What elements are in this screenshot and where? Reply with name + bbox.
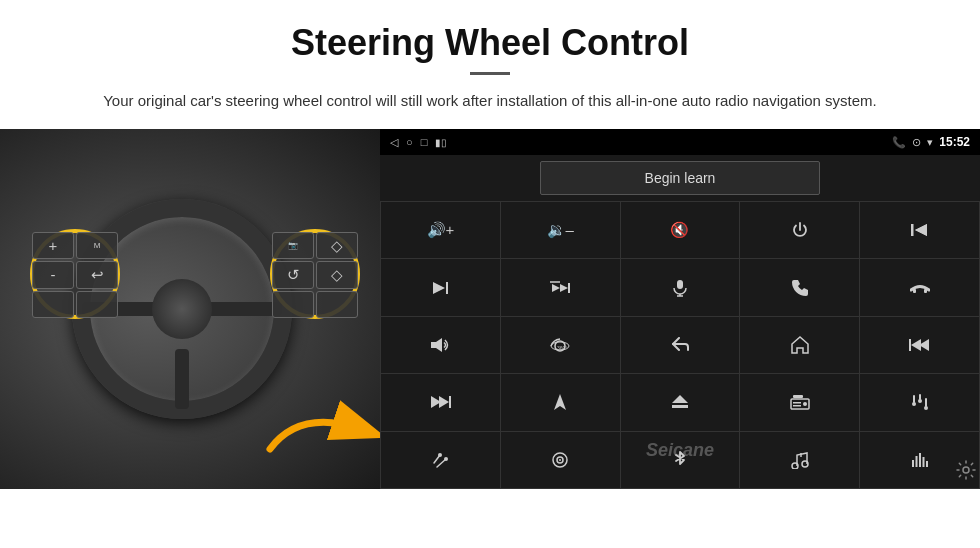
sw-btn-dia1[interactable]: ◇	[316, 232, 358, 259]
ctrl-prev-track[interactable]	[860, 202, 979, 258]
ctrl-prev[interactable]	[860, 317, 979, 373]
ctrl-home[interactable]	[740, 317, 859, 373]
ctrl-ff[interactable]	[381, 374, 500, 430]
location-icon: ⊙	[912, 136, 921, 149]
ctrl-call[interactable]	[740, 259, 859, 315]
sw-btn-empty2	[76, 291, 118, 318]
svg-rect-15	[924, 289, 927, 293]
sw-btn-dia2[interactable]: ◇	[316, 261, 358, 288]
svg-point-44	[559, 459, 561, 461]
svg-point-31	[803, 402, 807, 406]
sw-btn-empty3	[272, 291, 314, 318]
svg-point-39	[924, 406, 928, 410]
sw-btn-plus[interactable]: +	[32, 232, 74, 259]
svg-rect-11	[677, 280, 683, 289]
ctrl-mic[interactable]	[621, 259, 740, 315]
svg-point-40	[438, 453, 442, 457]
ctrl-target[interactable]	[501, 432, 620, 488]
android-panel: ◁ ○ □ ▮▯ 📞 ⊙ ▾ 15:52 Begin learn	[380, 129, 980, 489]
svg-rect-4	[911, 224, 913, 236]
android-panel-wrapper: ◁ ○ □ ▮▯ 📞 ⊙ ▾ 15:52 Begin learn	[380, 129, 980, 489]
svg-point-53	[963, 467, 969, 473]
ctrl-mic2[interactable]	[381, 432, 500, 488]
svg-marker-9	[560, 284, 568, 292]
ctrl-power[interactable]	[740, 202, 859, 258]
sw-right-buttons: 📷 ◇ ↺ ◇	[272, 232, 358, 318]
ctrl-bluetooth[interactable]	[621, 432, 740, 488]
begin-learn-bar: Begin learn	[380, 155, 980, 201]
svg-rect-33	[793, 405, 801, 407]
svg-rect-51	[922, 457, 924, 467]
phone-icon: 📞	[892, 136, 906, 149]
ctrl-back-arrow[interactable]	[621, 317, 740, 373]
ctrl-eq[interactable]	[860, 374, 979, 430]
page-title: Steering Wheel Control	[60, 22, 920, 64]
ctrl-radio[interactable]	[740, 374, 859, 430]
svg-marker-5	[433, 282, 445, 294]
sw-btn-rot[interactable]: ↺	[272, 261, 314, 288]
ctrl-eject[interactable]	[621, 374, 740, 430]
svg-rect-28	[672, 405, 688, 408]
subtitle: Your original car's steering wheel contr…	[100, 89, 880, 113]
svg-marker-26	[554, 394, 566, 410]
svg-marker-24	[439, 396, 449, 408]
sw-btn-cam[interactable]: 📷	[272, 232, 314, 259]
sw-btn-back[interactable]: ↩	[76, 261, 118, 288]
ctrl-nav[interactable]	[501, 374, 620, 430]
svg-marker-27	[672, 395, 688, 403]
svg-text:360°: 360°	[557, 345, 567, 351]
svg-marker-8	[552, 284, 560, 292]
sw-spoke-bottom	[175, 349, 189, 409]
svg-rect-48	[912, 460, 914, 467]
content-section: + M - ↩ 📷 ◇ ↺ ◇	[0, 129, 980, 489]
ctrl-next[interactable]	[381, 259, 500, 315]
ctrl-music[interactable]	[740, 432, 859, 488]
wifi-icon: ▾	[927, 136, 933, 149]
svg-rect-22	[909, 339, 911, 351]
ctrl-hang-up[interactable]	[860, 259, 979, 315]
status-left: ◁ ○ □ ▮▯	[390, 136, 447, 149]
sw-btn-empty4	[316, 291, 358, 318]
ctrl-vol-up[interactable]: 🔊+	[381, 202, 500, 258]
svg-rect-49	[915, 456, 917, 467]
svg-rect-52	[926, 461, 928, 467]
sw-hub	[152, 279, 212, 339]
title-divider	[470, 72, 510, 75]
arrow-overlay	[260, 389, 380, 469]
svg-rect-32	[793, 402, 801, 404]
sw-left-buttons: + M - ↩	[32, 232, 118, 318]
status-bar: ◁ ○ □ ▮▯ 📞 ⊙ ▾ 15:52	[380, 129, 980, 155]
back-icon: ◁	[390, 136, 398, 149]
sw-btn-minus[interactable]: -	[32, 261, 74, 288]
sw-btn-m[interactable]: M	[76, 232, 118, 259]
ctrl-vol-down[interactable]: 🔉–	[501, 202, 620, 258]
settings-gear-icon[interactable]	[956, 460, 976, 485]
steering-wheel-image: + M - ↩ 📷 ◇ ↺ ◇	[0, 129, 380, 489]
svg-rect-10	[568, 283, 570, 293]
svg-rect-25	[449, 396, 451, 408]
page-container: Steering Wheel Control Your original car…	[0, 0, 980, 489]
sw-spoke-right	[202, 302, 282, 316]
sw-btn-empty1	[32, 291, 74, 318]
time-display: 15:52	[939, 135, 970, 149]
svg-rect-30	[793, 395, 803, 398]
ctrl-skip[interactable]	[501, 259, 620, 315]
svg-rect-50	[919, 453, 921, 467]
svg-marker-16	[431, 338, 442, 352]
svg-rect-6	[446, 282, 448, 294]
signal-icon: ▮▯	[435, 137, 447, 148]
ctrl-mute[interactable]: 🔇	[621, 202, 740, 258]
ctrl-horn[interactable]	[381, 317, 500, 373]
controls-grid: 🔊+ 🔉– 🔇	[380, 201, 980, 489]
home-circle-icon: ○	[406, 136, 413, 148]
recents-icon: □	[421, 136, 428, 148]
header-section: Steering Wheel Control Your original car…	[0, 0, 980, 129]
svg-point-41	[444, 457, 448, 461]
svg-point-37	[918, 399, 922, 403]
svg-rect-14	[913, 289, 916, 293]
ctrl-360[interactable]: 360°	[501, 317, 620, 373]
begin-learn-button[interactable]: Begin learn	[540, 161, 820, 195]
svg-point-35	[912, 402, 916, 406]
status-right: 📞 ⊙ ▾ 15:52	[892, 135, 970, 149]
